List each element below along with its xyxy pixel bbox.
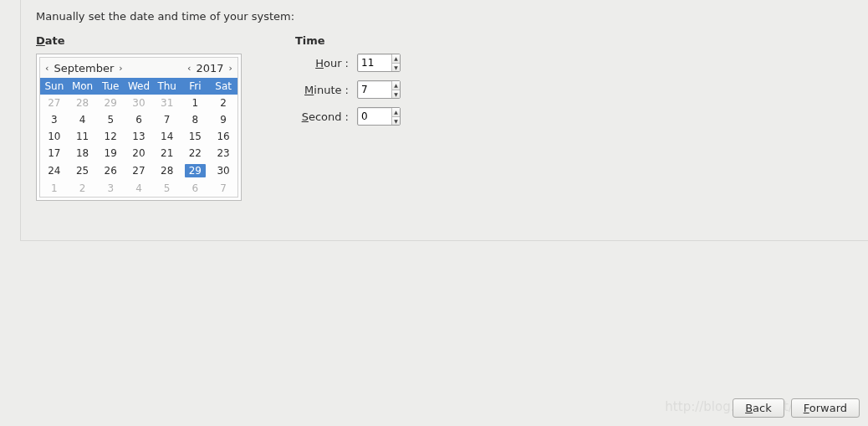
month-label[interactable]: September xyxy=(54,62,114,74)
calendar-day[interactable]: 15 xyxy=(181,128,210,145)
second-spinner[interactable]: ▲ ▼ xyxy=(357,107,401,126)
date-section-title: Date xyxy=(36,34,245,47)
calendar-day[interactable]: 22 xyxy=(181,145,210,162)
calendar-day[interactable]: 3 xyxy=(96,180,125,197)
calendar-day[interactable]: 13 xyxy=(125,128,153,145)
calendar-day[interactable]: 29 xyxy=(181,162,210,180)
second-up-button[interactable]: ▲ xyxy=(392,108,400,117)
hour-down-button[interactable]: ▼ xyxy=(392,64,400,72)
hour-label: Hour : xyxy=(295,57,349,69)
hour-input[interactable] xyxy=(358,54,391,71)
calendar-day[interactable]: 6 xyxy=(181,180,210,197)
minute-input[interactable] xyxy=(358,81,391,98)
calendar-day[interactable]: 28 xyxy=(69,95,97,111)
calendar-day[interactable]: 10 xyxy=(40,128,69,145)
forward-button[interactable]: Forward xyxy=(791,398,860,418)
calendar-day[interactable]: 1 xyxy=(40,180,69,197)
weekday-header: Wed xyxy=(125,78,153,95)
second-down-button[interactable]: ▼ xyxy=(392,117,400,126)
minute-up-button[interactable]: ▲ xyxy=(392,81,400,90)
minute-down-button[interactable]: ▼ xyxy=(392,90,400,99)
calendar-day[interactable]: 17 xyxy=(40,145,69,162)
calendar-day[interactable]: 19 xyxy=(96,145,125,162)
calendar-day[interactable]: 4 xyxy=(69,111,97,128)
year-label[interactable]: 2017 xyxy=(197,62,224,74)
calendar-day[interactable]: 2 xyxy=(209,95,237,111)
weekday-header: Tue xyxy=(96,78,125,95)
weekday-header: Mon xyxy=(69,78,97,95)
calendar-day[interactable]: 24 xyxy=(40,162,69,180)
weekday-header: Thu xyxy=(153,78,181,95)
calendar-day[interactable]: 2 xyxy=(69,180,97,197)
calendar-day[interactable]: 27 xyxy=(40,95,69,111)
calendar-day[interactable]: 11 xyxy=(69,128,97,145)
calendar-day[interactable]: 20 xyxy=(125,145,153,162)
next-month-button[interactable]: › xyxy=(117,63,124,74)
minute-label: Minute : xyxy=(295,84,349,96)
datetime-panel: Manually set the date and time of your s… xyxy=(20,0,868,241)
hour-spinner[interactable]: ▲ ▼ xyxy=(357,54,401,72)
next-year-button[interactable]: › xyxy=(227,63,234,74)
prev-year-button[interactable]: ‹ xyxy=(186,63,192,74)
calendar-day[interactable]: 21 xyxy=(153,145,181,162)
calendar-day[interactable]: 31 xyxy=(153,95,181,111)
calendar-widget: ‹ September › ‹ 2017 › SunMonTueWedThuFr… xyxy=(36,54,242,201)
calendar-day[interactable]: 30 xyxy=(209,162,237,180)
instruction-text: Manually set the date and time of your s… xyxy=(36,10,853,23)
second-label: Second : xyxy=(295,110,349,123)
hour-up-button[interactable]: ▲ xyxy=(392,54,400,64)
calendar-day[interactable]: 25 xyxy=(69,162,97,180)
weekday-header: Sat xyxy=(209,78,237,95)
calendar-day[interactable]: 12 xyxy=(96,128,125,145)
minute-spinner[interactable]: ▲ ▼ xyxy=(357,80,401,99)
calendar-day[interactable]: 16 xyxy=(209,128,237,145)
calendar-day[interactable]: 26 xyxy=(96,162,125,180)
calendar-day[interactable]: 28 xyxy=(153,162,181,180)
calendar-day[interactable]: 23 xyxy=(209,145,237,162)
second-input[interactable] xyxy=(358,108,391,125)
calendar-day[interactable]: 18 xyxy=(69,145,97,162)
weekday-header: Fri xyxy=(181,78,210,95)
calendar-day[interactable]: 14 xyxy=(153,128,181,145)
calendar-day[interactable]: 4 xyxy=(125,180,153,197)
weekday-header: Sun xyxy=(40,78,69,95)
calendar-day[interactable]: 6 xyxy=(125,111,153,128)
calendar-day[interactable]: 3 xyxy=(40,111,69,128)
calendar-day[interactable]: 5 xyxy=(96,111,125,128)
calendar-day[interactable]: 29 xyxy=(96,95,125,111)
calendar-day[interactable]: 9 xyxy=(209,111,237,128)
calendar-day[interactable]: 7 xyxy=(153,111,181,128)
calendar-day[interactable]: 27 xyxy=(125,162,153,180)
calendar-day[interactable]: 7 xyxy=(209,180,237,197)
time-section-title: Time xyxy=(295,34,401,47)
calendar-day[interactable]: 5 xyxy=(153,180,181,197)
calendar-grid: SunMonTueWedThuFriSat 272829303112345678… xyxy=(40,78,237,197)
calendar-day[interactable]: 8 xyxy=(181,111,210,128)
calendar-day[interactable]: 30 xyxy=(125,95,153,111)
calendar-day[interactable]: 1 xyxy=(181,95,210,111)
back-button[interactable]: Back xyxy=(733,398,784,418)
prev-month-button[interactable]: ‹ xyxy=(43,63,50,74)
